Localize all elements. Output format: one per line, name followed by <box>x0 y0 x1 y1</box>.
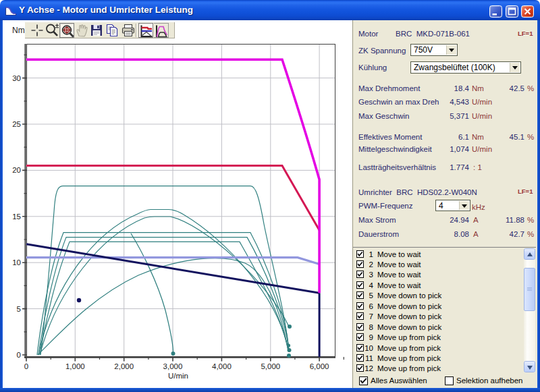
svg-text:10: 10 <box>12 258 21 267</box>
svg-text:4,000: 4,000 <box>212 362 232 370</box>
svg-text:1,000: 1,000 <box>65 362 85 370</box>
svg-text:5,000: 5,000 <box>261 362 280 370</box>
svg-text:20: 20 <box>12 166 21 174</box>
svg-text:U/min: U/min <box>168 372 188 380</box>
svg-text:3,000: 3,000 <box>163 362 183 370</box>
svg-text:6,000: 6,000 <box>310 362 329 370</box>
svg-text:0: 0 <box>17 351 21 359</box>
svg-text:0: 0 <box>24 362 28 370</box>
svg-text:25: 25 <box>12 120 21 128</box>
svg-text:30: 30 <box>12 74 21 82</box>
svg-text:5: 5 <box>17 305 21 313</box>
svg-text:15: 15 <box>12 213 21 221</box>
svg-text:2,000: 2,000 <box>114 362 134 370</box>
